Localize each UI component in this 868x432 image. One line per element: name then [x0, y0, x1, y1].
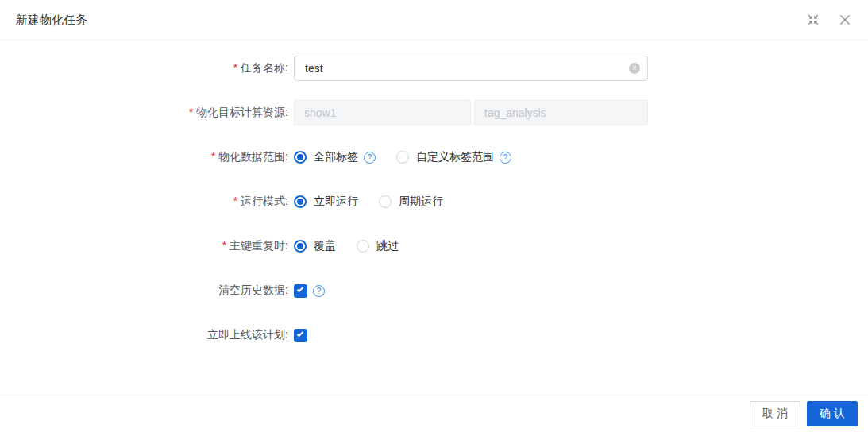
task-form: *任务名称: × *物化目标计算资源: *物化数据范围: 全部标签 [0, 40, 868, 348]
radio-unselected-icon [379, 195, 392, 208]
row-run-mode: *运行模式: 立即运行 周期运行 [0, 189, 868, 214]
task-name-label: *任务名称: [0, 61, 288, 75]
radio-unselected-icon [396, 151, 409, 164]
header-icons [806, 13, 852, 27]
data-scope-label: *物化数据范围: [0, 150, 288, 164]
radio-all-tags[interactable]: 全部标签 [294, 150, 358, 164]
close-icon[interactable] [838, 13, 852, 27]
fullscreen-icon[interactable] [806, 13, 820, 27]
radio-overwrite[interactable]: 覆盖 [294, 239, 336, 253]
radio-run-now[interactable]: 立即运行 [294, 195, 358, 209]
radio-skip[interactable]: 跳过 [357, 239, 399, 253]
row-data-scope: *物化数据范围: 全部标签 ? 自定义标签范围 ? [0, 145, 868, 170]
clear-history-label: 清空历史数据: [0, 284, 288, 298]
row-clear-history: 清空历史数据: ? [0, 278, 868, 303]
check-icon [296, 330, 303, 337]
dialog-footer: 取 消 确 认 [0, 395, 868, 432]
help-icon-clear-history[interactable]: ? [313, 285, 325, 297]
required-mark: * [222, 239, 226, 252]
resource-database-input [474, 100, 648, 125]
required-mark: * [189, 106, 193, 118]
radio-unselected-icon [357, 240, 369, 253]
dialog-header: 新建物化任务 [0, 0, 868, 40]
required-mark: * [211, 150, 215, 163]
required-mark: * [233, 61, 237, 74]
clear-input-icon[interactable]: × [629, 63, 640, 74]
compute-resource-label: *物化目标计算资源: [0, 106, 288, 120]
row-online-plan: 立即上线该计划: [0, 322, 868, 348]
radio-selected-icon [294, 195, 307, 208]
radio-selected-icon [294, 151, 307, 164]
run-mode-label: *运行模式: [0, 195, 288, 209]
cancel-button[interactable]: 取 消 [750, 401, 800, 426]
new-materialization-task-dialog: 新建物化任务 *任务名称: [0, 0, 868, 432]
pk-duplicate-label: *主键重复时: [0, 239, 288, 253]
task-name-input[interactable] [294, 56, 648, 81]
clear-history-checkbox[interactable] [294, 284, 307, 298]
radio-run-periodic[interactable]: 周期运行 [379, 195, 443, 209]
online-plan-label: 立即上线该计划: [0, 328, 288, 342]
help-icon-custom-scope[interactable]: ? [500, 152, 511, 164]
radio-custom-tag-scope[interactable]: 自定义标签范围 [396, 150, 494, 164]
row-compute-resource: *物化目标计算资源: [0, 100, 868, 125]
help-icon-all-tags[interactable]: ? [364, 152, 376, 164]
row-task-name: *任务名称: × [0, 56, 868, 81]
required-mark: * [233, 195, 237, 207]
confirm-button[interactable]: 确 认 [807, 401, 858, 426]
online-plan-checkbox[interactable] [294, 329, 307, 342]
resource-cluster-input [294, 100, 471, 125]
row-pk-duplicate: *主键重复时: 覆盖 跳过 [0, 233, 868, 259]
dialog-title: 新建物化任务 [16, 13, 87, 28]
check-icon [296, 286, 303, 292]
radio-selected-icon [294, 240, 307, 253]
